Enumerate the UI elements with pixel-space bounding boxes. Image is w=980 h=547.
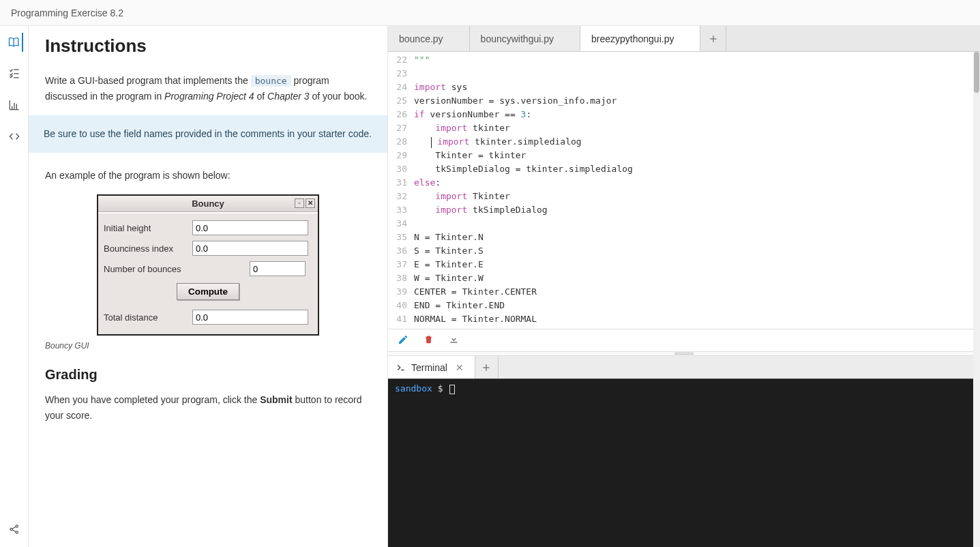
editor-tabs: bounce.py bouncywithgui.py breezypythong… [388, 26, 980, 52]
gui-titlebar: Bouncy ▫ ✕ [98, 196, 318, 212]
gui-mock-image: Bouncy ▫ ✕ Initial height Bounciness ind… [97, 194, 319, 336]
terminal-tab-label: Terminal [411, 362, 447, 373]
gui-compute-button: Compute [177, 283, 239, 300]
share-icon[interactable] [6, 521, 23, 537]
instructions-p1: Write a GUI-based program that implement… [45, 73, 371, 104]
gui-input-num-bounces [250, 261, 306, 276]
terminal-tabs: Terminal ✕ [388, 356, 980, 379]
gui-input-initial-height [192, 220, 308, 235]
grading-heading: Grading [45, 367, 371, 383]
terminal-icon [396, 363, 406, 372]
download-icon[interactable] [449, 334, 459, 346]
editor-code[interactable]: """ import sysversionNumber = sys.versio… [411, 52, 980, 329]
gui-label-num-bounces: Number of bounces [104, 264, 192, 274]
svg-point-2 [16, 531, 18, 533]
terminal-tab[interactable]: Terminal ✕ [388, 356, 475, 379]
close-terminal-tab-icon[interactable]: ✕ [453, 362, 466, 373]
header-bar: Programming Exercise 8.2 [0, 0, 980, 26]
trash-icon[interactable] [424, 334, 434, 346]
gui-label-bounciness: Bounciness index [104, 243, 192, 254]
code-icon[interactable] [6, 128, 23, 145]
new-tab-button[interactable] [700, 26, 726, 51]
editor-toolbar [388, 329, 980, 352]
tab-bounce-py[interactable]: bounce.py [388, 26, 470, 51]
page-title: Programming Exercise 8.2 [11, 8, 123, 18]
edit-icon[interactable] [398, 334, 409, 347]
editor-scrollbar[interactable] [973, 52, 980, 547]
close-icon: ✕ [306, 198, 315, 208]
right-pane: bounce.py bouncywithgui.py breezypythong… [388, 26, 980, 547]
minimize-icon: ▫ [295, 198, 304, 208]
gui-input-total-distance [192, 310, 308, 325]
svg-point-0 [10, 528, 12, 530]
book-icon[interactable] [6, 34, 23, 50]
left-rail [0, 26, 29, 547]
tab-bouncywithgui-py[interactable]: bouncywithgui.py [470, 26, 580, 51]
chart-icon[interactable] [6, 97, 23, 113]
new-terminal-button[interactable] [475, 356, 499, 379]
code-chip-bounce: bounce [251, 75, 291, 87]
terminal-host: sandbox [395, 383, 432, 394]
instructions-p2: An example of the program is shown below… [45, 168, 371, 183]
terminal-cursor [449, 385, 455, 394]
svg-point-1 [16, 525, 18, 527]
terminal-prompt-symbol: $ [438, 383, 449, 394]
instructions-heading: Instructions [45, 35, 371, 57]
tab-breezypythongui-py[interactable]: breezypythongui.py [580, 26, 700, 51]
gui-label-initial-height: Initial height [104, 223, 192, 233]
terminal[interactable]: sandbox $ [388, 379, 980, 547]
editor-gutter: 2223242526272829303132333435363738394041 [388, 52, 411, 329]
gui-label-total-distance: Total distance [104, 312, 192, 323]
note-box: Be sure to use the field names provided … [29, 115, 387, 153]
instructions-pane: Instructions Write a GUI-based program t… [29, 26, 388, 547]
grading-text: When you have completed your program, cl… [45, 392, 371, 424]
code-editor[interactable]: 2223242526272829303132333435363738394041… [388, 52, 980, 329]
tasks-icon[interactable] [6, 65, 23, 82]
gui-input-bounciness [192, 241, 308, 256]
scrollbar-thumb[interactable] [974, 52, 979, 93]
image-caption: Bouncy GUI [45, 341, 371, 351]
